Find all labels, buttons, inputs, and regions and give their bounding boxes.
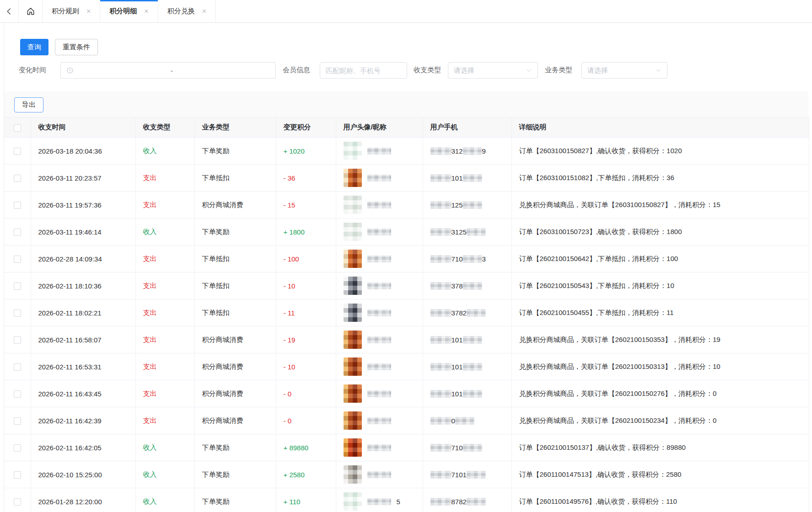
row-checkbox[interactable] — [14, 202, 21, 209]
row-time: 2026-02-11 16:42:05 — [31, 434, 135, 461]
business-type-select[interactable]: 请选择 — [581, 62, 667, 79]
row-points-change: - 0 — [276, 380, 336, 407]
row-points-change: + 2580 — [276, 461, 336, 488]
row-checkbox-cell — [4, 407, 31, 434]
user-avatar — [344, 492, 362, 511]
row-phone-cell: 101 — [423, 353, 511, 380]
row-checkbox[interactable] — [14, 363, 21, 371]
row-inout-type: 支出 — [135, 272, 194, 299]
close-icon[interactable]: × — [86, 8, 91, 15]
table-row: 2026-01-28 12:20:00 收入 下单奖励 + 110 5 8782… — [4, 488, 809, 512]
row-business-type: 下单奖励 — [194, 461, 276, 488]
row-checkbox[interactable] — [14, 417, 21, 425]
row-points-change: + 1020 — [276, 138, 336, 165]
user-avatar — [344, 411, 362, 430]
select-all-checkbox[interactable] — [14, 124, 21, 132]
user-nickname-blurred — [367, 444, 391, 451]
row-time: 2026-02-10 15:25:00 — [31, 461, 135, 488]
row-checkbox[interactable] — [14, 471, 21, 479]
phone-blur-block — [463, 390, 482, 398]
phone-visible-digits: 3782 — [452, 309, 467, 317]
tab-label: 积分明细 — [109, 7, 137, 16]
row-phone-cell: 3125 — [423, 219, 511, 245]
member-info-input[interactable] — [320, 63, 407, 78]
row-inout-type: 收入 — [135, 219, 194, 245]
row-description: 兑换积分商城商品，关联订单【2603100150827】，消耗积分：15 — [511, 192, 809, 219]
row-checkbox[interactable] — [14, 229, 21, 236]
phone-blur-block — [463, 336, 482, 344]
user-nickname-blurred — [367, 417, 391, 424]
phone-blur-block — [467, 471, 486, 479]
phone-blur-block — [463, 147, 482, 155]
phone-visible-suffix: 3 — [482, 255, 486, 263]
row-description: 订单【2601100147513】,确认收货，获得积分：2580 — [511, 461, 809, 488]
phone-visible-digits: 3125 — [452, 228, 467, 236]
row-description: 订单【2603100150827】,确认收货，获得积分：1020 — [511, 138, 809, 165]
phone-visible-digits: 0 — [452, 417, 455, 425]
row-phone-cell: 8782 — [423, 488, 511, 512]
row-user-cell — [336, 299, 423, 326]
phone-blur-block — [430, 417, 452, 425]
table-section: 导出 收支时间 收支类型 业务类型 变更积分 用户头像/昵称 用户手机 详细说明 — [4, 91, 808, 512]
row-checkbox[interactable] — [14, 256, 21, 263]
user-nickname-blurred — [367, 390, 391, 397]
row-description: 兑换积分商城商品，关联订单【2602100150276】，消耗积分：0 — [511, 380, 809, 407]
tab-points-detail[interactable]: 积分明细 × — [100, 0, 158, 22]
table-row: 2026-02-11 16:58:07 支出 积分商城消费 - 19 101 兑… — [4, 326, 809, 353]
user-nickname-blurred — [367, 256, 391, 262]
row-checkbox-cell — [4, 488, 31, 512]
user-avatar — [344, 250, 362, 268]
row-user-cell — [336, 138, 423, 165]
tab-points-exchange[interactable]: 积分兑换 × — [158, 0, 216, 22]
row-user-cell: 5 — [336, 488, 423, 512]
row-checkbox[interactable] — [14, 148, 21, 155]
row-inout-type: 支出 — [135, 353, 194, 380]
chevron-down-icon — [655, 67, 661, 74]
clock-icon — [66, 67, 74, 74]
user-avatar — [344, 465, 362, 484]
phone-visible-digits: 710 — [452, 444, 463, 452]
user-avatar — [344, 384, 362, 403]
select-all-cell — [4, 117, 31, 138]
user-nickname-blurred — [367, 175, 391, 181]
row-checkbox[interactable] — [14, 175, 21, 182]
row-checkbox-cell — [4, 138, 31, 165]
user-avatar — [344, 169, 362, 187]
user-avatar — [344, 142, 362, 160]
row-checkbox[interactable] — [14, 283, 21, 290]
row-checkbox-cell — [4, 299, 31, 326]
row-checkbox[interactable] — [14, 309, 21, 317]
phone-visible-digits: 101 — [452, 336, 463, 344]
row-checkbox-cell — [4, 353, 31, 380]
query-button[interactable]: 查询 — [20, 39, 48, 55]
close-icon[interactable]: × — [144, 8, 148, 15]
row-inout-type: 收入 — [135, 461, 194, 488]
row-inout-type: 支出 — [135, 192, 194, 219]
chevron-left-icon — [5, 7, 13, 16]
date-range-input[interactable]: - — [60, 62, 276, 79]
close-icon[interactable]: × — [202, 8, 206, 15]
row-user-cell — [336, 353, 423, 380]
home-tab[interactable] — [19, 0, 43, 22]
inout-type-select[interactable]: 请选择 — [448, 62, 538, 79]
row-inout-type: 支出 — [135, 326, 194, 353]
row-time: 2026-03-11 19:46:14 — [31, 219, 135, 245]
row-business-type: 积分商城消费 — [194, 192, 276, 219]
user-nickname-blurred — [367, 229, 391, 235]
reset-conditions-button[interactable]: 重置条件 — [55, 39, 98, 55]
row-checkbox[interactable] — [14, 498, 21, 506]
phone-blur-block — [430, 201, 452, 209]
row-user-cell — [336, 245, 423, 272]
row-checkbox[interactable] — [14, 444, 21, 452]
row-time: 2026-02-11 18:02:21 — [31, 299, 135, 326]
back-button[interactable] — [0, 0, 19, 22]
row-checkbox[interactable] — [14, 390, 21, 398]
phone-visible-digits: 8782 — [452, 498, 467, 506]
business-select-placeholder: 请选择 — [587, 66, 608, 75]
tab-points-rules[interactable]: 积分规则 × — [43, 0, 100, 22]
export-button[interactable]: 导出 — [14, 97, 43, 112]
user-avatar — [344, 357, 362, 376]
row-checkbox[interactable] — [14, 336, 21, 344]
phone-blur-block — [463, 363, 482, 371]
phone-visible-digits: 101 — [452, 363, 463, 371]
